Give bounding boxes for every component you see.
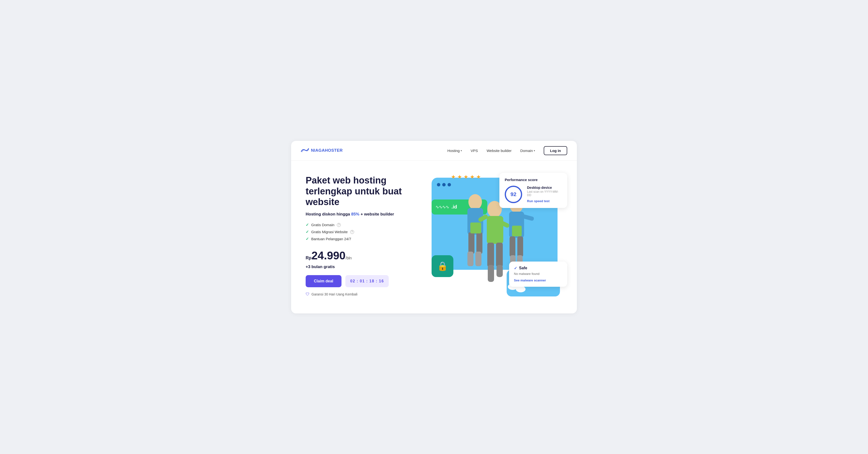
hero-title: Paket web hosting terlengkap untuk buat … bbox=[306, 175, 417, 207]
performance-details: Desktop device Last scan on YYYY-MM-DD R… bbox=[527, 186, 562, 203]
info-icon-1[interactable]: ? bbox=[337, 223, 341, 227]
main-card: NIAGAHOSTER Hosting ▾ VPS Website builde… bbox=[291, 141, 577, 313]
safe-card: ✓ Safe No malware found See malware scan… bbox=[509, 261, 567, 287]
svg-rect-5 bbox=[475, 252, 482, 266]
feature-item-2: ✓ Gratis Migrasi Website ? bbox=[306, 230, 417, 234]
svg-rect-2 bbox=[468, 232, 474, 254]
svg-point-15 bbox=[486, 294, 496, 301]
svg-rect-13 bbox=[488, 265, 494, 282]
info-icon-2[interactable]: ? bbox=[350, 230, 354, 234]
svg-point-26 bbox=[516, 286, 526, 292]
price-section: Rp24.990/bln bbox=[306, 249, 417, 262]
logo-icon bbox=[301, 147, 309, 154]
score-circle: 92 bbox=[505, 186, 522, 203]
price-currency: Rp bbox=[306, 255, 311, 260]
svg-point-16 bbox=[494, 289, 505, 296]
svg-rect-3 bbox=[476, 232, 483, 254]
nav-domain[interactable]: Domain ▾ bbox=[520, 149, 535, 153]
safe-card-header: ✓ Safe bbox=[514, 266, 562, 271]
svg-point-7 bbox=[475, 288, 485, 295]
nav-website-builder[interactable]: Website builder bbox=[487, 149, 512, 153]
svg-rect-11 bbox=[487, 243, 494, 267]
svg-rect-22 bbox=[517, 236, 523, 257]
svg-rect-10 bbox=[487, 216, 503, 244]
star-4: ★ bbox=[470, 174, 475, 180]
performance-card: Performance score 92 Desktop device Last… bbox=[499, 173, 567, 208]
navbar: NIAGAHOSTER Hosting ▾ VPS Website builde… bbox=[291, 141, 577, 161]
hero-section: Paket web hosting terlengkap untuk buat … bbox=[291, 161, 577, 313]
claim-deal-button[interactable]: Claim deal bbox=[306, 275, 341, 287]
hero-right: ★ ★ ★ ★ ★ ∿∿∿∿ .id 🔒 bbox=[417, 170, 567, 301]
nav-hosting[interactable]: Hosting ▾ bbox=[447, 149, 462, 153]
safe-check-icon: ✓ bbox=[514, 266, 517, 271]
performance-card-title: Performance score bbox=[505, 178, 562, 182]
star-1: ★ bbox=[451, 174, 456, 180]
svg-rect-21 bbox=[509, 236, 516, 257]
chevron-down-icon-2: ▾ bbox=[534, 149, 535, 152]
check-icon-1: ✓ bbox=[306, 223, 309, 227]
perf-device: Desktop device bbox=[527, 186, 562, 190]
check-icon-2: ✓ bbox=[306, 230, 309, 234]
feature-item-3: ✓ Bantuan Pelanggan 24/7 bbox=[306, 236, 417, 241]
performance-card-body: 92 Desktop device Last scan on YYYY-MM-D… bbox=[505, 186, 562, 203]
hero-left: Paket web hosting terlengkap untuk buat … bbox=[306, 175, 417, 296]
dot-1 bbox=[437, 183, 440, 187]
hero-subtitle: Hosting diskon hingga 85% + website buil… bbox=[306, 212, 417, 217]
guarantee-row: 🛡 Garansi 30 Hari Uang Kembali bbox=[306, 292, 417, 296]
login-button[interactable]: Log in bbox=[544, 146, 567, 155]
star-5: ★ bbox=[476, 174, 481, 180]
safe-card-description: No malware found bbox=[514, 272, 562, 276]
cta-row: Claim deal 02 : 01 : 18 : 16 bbox=[306, 275, 417, 287]
logo: NIAGAHOSTER bbox=[301, 147, 343, 154]
run-speed-test-link[interactable]: Run speed test bbox=[527, 199, 550, 203]
svg-point-0 bbox=[468, 194, 482, 210]
svg-rect-4 bbox=[467, 252, 473, 266]
feature-item-1: ✓ Gratis Domain ? bbox=[306, 223, 417, 227]
nav-vps[interactable]: VPS bbox=[471, 149, 478, 153]
perf-scan-date: Last scan on YYYY-MM-DD bbox=[527, 190, 562, 197]
stars-row: ★ ★ ★ ★ ★ bbox=[451, 174, 481, 180]
score-number: 92 bbox=[510, 191, 516, 198]
malware-scanner-link[interactable]: See malware scanner bbox=[514, 279, 546, 282]
price-amount: 24.990 bbox=[311, 249, 346, 262]
dot-2 bbox=[442, 183, 445, 187]
features-list: ✓ Gratis Domain ? ✓ Gratis Migrasi Websi… bbox=[306, 223, 417, 241]
svg-rect-8 bbox=[470, 223, 481, 233]
chevron-down-icon: ▾ bbox=[461, 149, 462, 152]
shield-icon: 🛡 bbox=[306, 292, 310, 296]
check-icon-3: ✓ bbox=[306, 236, 309, 241]
star-2: ★ bbox=[457, 174, 462, 180]
countdown-timer: 02 : 01 : 18 : 16 bbox=[345, 275, 389, 287]
logo-text: NIAGAHOSTER bbox=[311, 148, 343, 153]
star-3: ★ bbox=[464, 174, 468, 180]
nav-links: Hosting ▾ VPS Website builder Domain ▾ L… bbox=[447, 146, 567, 155]
safe-card-title: Safe bbox=[519, 266, 527, 270]
svg-point-6 bbox=[465, 286, 475, 292]
svg-rect-12 bbox=[496, 243, 503, 267]
price-bonus: +3 bulan gratis bbox=[306, 264, 417, 269]
svg-rect-14 bbox=[496, 265, 503, 277]
svg-rect-27 bbox=[512, 226, 522, 236]
price-period: /bln bbox=[346, 256, 352, 260]
